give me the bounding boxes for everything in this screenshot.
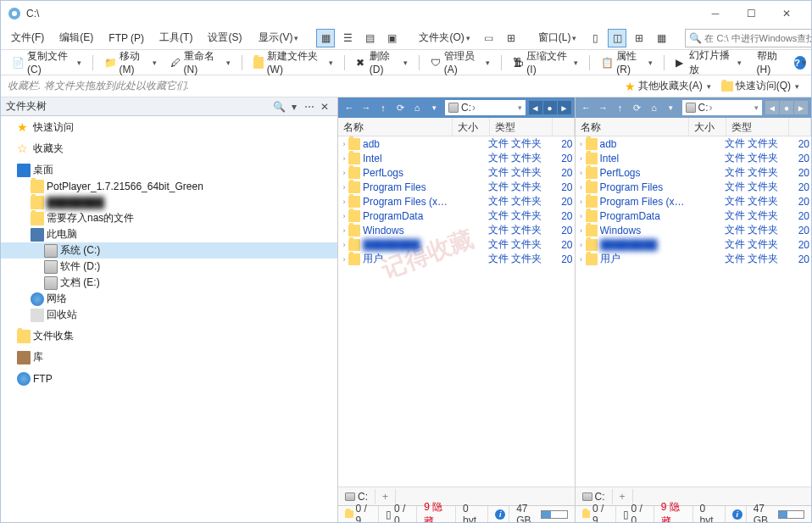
view-details-icon[interactable]: ▦ [316,29,335,47]
tree-file-collect[interactable]: 文件收集 [1,328,337,344]
col-size[interactable]: 大小 [453,118,490,136]
expand-icon[interactable]: › [577,255,586,264]
file-row[interactable]: ›Program Files文件 文件夹20 [338,180,575,194]
file-list-right[interactable]: ›adb文件 文件夹20›Intel文件 文件夹20›PerfLogs文件 文件… [576,136,812,487]
expand-icon[interactable]: › [340,140,348,148]
delete-button[interactable]: ✖删除(D) [350,53,414,73]
col-size[interactable]: 大小 [689,118,726,136]
file-row[interactable]: ›PerfLogs文件 文件夹20 [576,165,812,180]
quick-access-button[interactable]: 快速访问(Q) [716,77,804,95]
menu-ftp[interactable]: FTP (P) [102,30,151,47]
nav-dropdown-icon[interactable]: ▾ [664,100,679,115]
nav-forward-icon[interactable]: → [596,100,611,115]
expand-icon[interactable]: › [577,169,586,177]
addr-dropdown-icon[interactable]: ▾ [754,103,759,112]
nav-dropdown-icon[interactable]: ▾ [426,100,442,115]
breadcrumb-drive[interactable]: C: [698,102,709,114]
tree-library[interactable]: 库 [1,349,337,365]
tree-recycle-bin[interactable]: 回收站 [1,307,337,323]
expand-icon[interactable]: › [577,154,586,163]
nav-play-icon[interactable]: ● [780,101,793,114]
folder-opt1-icon[interactable]: ▭ [480,29,498,47]
copy-file-button[interactable]: 📄复制文件(C) [6,53,87,73]
tree-drive-d[interactable]: 软件 (D:) [1,259,337,275]
address-bar-right[interactable]: C: › ▾ [682,100,763,115]
expand-icon[interactable]: › [340,183,348,192]
tree-collapse-icon[interactable]: ▾ [286,101,302,113]
file-row[interactable]: ›ProgramData文件 文件夹20 [576,209,812,223]
menu-tools[interactable]: 工具(T) [153,28,199,47]
expand-icon[interactable]: › [340,226,348,235]
expand-icon[interactable]: › [577,212,586,220]
tree-drive-c[interactable]: 系统 (C:) [1,242,337,259]
file-row[interactable]: ›Program Files (x86)文件 文件夹20 [338,194,575,209]
expand-icon[interactable]: › [577,140,586,148]
tree-drive-e[interactable]: 文档 (E:) [1,275,337,291]
compress-button[interactable]: 🗜压缩文件(I) [507,53,584,73]
tree-desktop[interactable]: 桌面 [1,162,337,178]
file-row[interactable]: ›adb文件 文件夹20 [338,136,575,151]
col-name[interactable]: 名称 [338,118,453,136]
nav-back-icon[interactable]: ← [342,100,357,115]
layout-quad-icon[interactable]: ▦ [652,29,670,47]
info-icon[interactable]: i [495,509,505,520]
tree-nas-folder[interactable]: 需要存入nas的文件 [1,210,337,226]
properties-button[interactable]: 📋属性(R) [595,53,659,73]
close-button[interactable]: ✕ [769,3,804,25]
col-name[interactable]: 名称 [576,118,690,136]
tree-blurred-item[interactable]: ████████ [1,194,337,210]
expand-icon[interactable]: › [577,241,586,249]
drive-tab-add[interactable]: + [375,489,396,504]
expand-icon[interactable]: › [577,198,586,206]
nav-next-icon[interactable]: ► [794,101,808,114]
menu-settings[interactable]: 设置(S) [201,28,248,47]
nav-next-icon[interactable]: ► [558,101,571,114]
help-button[interactable]: 帮助(H) [751,53,793,73]
nav-home-icon[interactable]: ⌂ [647,100,662,115]
new-folder-button[interactable]: 新建文件夹(W) [247,53,340,73]
breadcrumb-drive[interactable]: C: [461,102,471,114]
menu-view[interactable]: 显示(V) [252,28,305,47]
file-row[interactable]: ›████████文件 文件夹20 [338,237,575,252]
expand-icon[interactable]: › [577,226,586,235]
other-favorites-button[interactable]: ★其他收藏夹(A) [620,77,716,95]
nav-refresh-icon[interactable]: ⟳ [392,100,408,115]
file-row[interactable]: ›用户文件 文件夹20 [576,252,812,266]
file-row[interactable]: ›Windows文件 文件夹20 [338,223,575,237]
drive-tab-add[interactable]: + [613,489,633,504]
nav-play-icon[interactable]: ● [543,101,557,114]
menu-window[interactable]: 窗口(L) [531,28,584,47]
file-row[interactable]: ›████████文件 文件夹20 [576,237,812,252]
nav-refresh-icon[interactable]: ⟳ [630,100,645,115]
tree-network[interactable]: 网络 [1,291,337,307]
nav-up-icon[interactable]: ↑ [375,100,391,115]
menu-file[interactable]: 文件(F) [4,28,51,47]
nav-forward-icon[interactable]: → [359,100,374,115]
col-date[interactable] [789,118,811,136]
expand-icon[interactable]: › [340,212,348,220]
info-icon[interactable]: i [732,509,742,520]
tree-quick-access[interactable]: ★快速访问 [1,120,337,136]
folder-tree[interactable]: ★快速访问 ☆收藏夹 桌面 PotPlayer_1.7.21566_64bit_… [1,116,337,522]
nav-up-icon[interactable]: ↑ [613,100,628,115]
view-thumb-icon[interactable]: ▤ [360,29,379,47]
view-list-icon[interactable]: ☰ [338,29,357,47]
address-bar-left[interactable]: C: › ▾ [445,100,526,115]
nav-back-icon[interactable]: ← [579,100,594,115]
menu-edit[interactable]: 编辑(E) [53,28,100,47]
view-large-icon[interactable]: ▣ [382,29,401,47]
file-row[interactable]: ›Intel文件 文件夹20 [576,151,812,165]
file-row[interactable]: ›Program Files (x86)文件 文件夹20 [576,194,812,209]
tree-menu-icon[interactable]: ⋯ [302,101,317,113]
search-input[interactable] [704,33,812,43]
layout-dual-icon[interactable]: ◫ [608,29,626,47]
file-row[interactable]: ›Windows文件 文件夹20 [576,223,812,237]
layout-triple-icon[interactable]: ⊞ [630,29,648,47]
file-row[interactable]: ›Intel文件 文件夹20 [338,151,575,165]
tree-this-pc[interactable]: 此电脑 [1,226,337,242]
slideshow-button[interactable]: ▶幻灯片播放 [670,53,748,73]
layout-single-icon[interactable]: ▯ [586,29,604,47]
file-row[interactable]: ›用户文件 文件夹20 [338,252,575,266]
menu-folder[interactable]: 文件夹(O) [412,28,476,47]
expand-icon[interactable]: › [340,169,348,177]
